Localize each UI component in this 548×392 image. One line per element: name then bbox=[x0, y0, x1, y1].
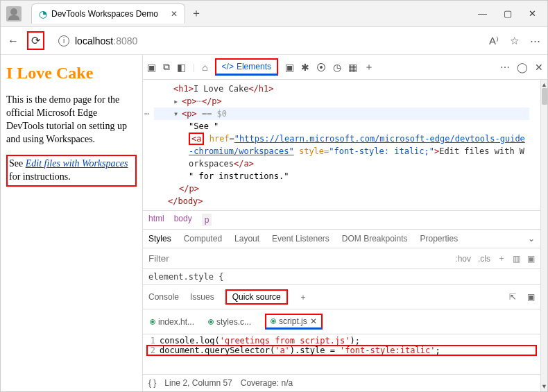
browser-tab[interactable]: ◔ DevTools Workspaces Demo ✕ bbox=[31, 3, 185, 24]
code-editor[interactable]: 1console.log('greetings from script.js')… bbox=[143, 334, 540, 374]
cls-toggle[interactable]: .cls bbox=[478, 254, 490, 264]
rendered-page: I Love Cake This is the demo page for th… bbox=[1, 55, 143, 391]
file-tab-script[interactable]: script.js ✕ bbox=[265, 314, 323, 330]
refresh-button[interactable]: ⟳ bbox=[31, 35, 40, 46]
maximize-button[interactable]: ▢ bbox=[504, 8, 512, 19]
filter-input[interactable] bbox=[148, 253, 448, 264]
favorite-icon[interactable]: ☆ bbox=[510, 35, 519, 47]
devtools-toolbar: ▣ ⧉ ◧ | ⌂ </> Elements ▣ ✱ ⦿ ◷ ▦ ＋ ⋯ ◯ ✕ bbox=[143, 55, 547, 80]
drawer-quick-source[interactable]: Quick source bbox=[225, 289, 288, 305]
address-bar: ← ⟳ i localhost:8080 A⁾ ☆ ⋯ bbox=[1, 27, 547, 55]
window-controls: — ▢ ✕ bbox=[478, 8, 547, 19]
issues-badge-icon[interactable]: ◯ bbox=[517, 62, 528, 73]
drawer-popout-icon[interactable]: ⇱ bbox=[509, 292, 516, 302]
refresh-highlight: ⟳ bbox=[27, 31, 44, 50]
drawer-issues[interactable]: Issues bbox=[190, 292, 214, 302]
inspect-icon[interactable]: ▣ bbox=[147, 62, 156, 73]
dom-breadcrumb: html body p bbox=[143, 210, 540, 230]
bug-icon[interactable]: ✱ bbox=[301, 62, 309, 73]
panel-layout-icon[interactable]: ◧ bbox=[177, 62, 186, 73]
styles-filter-row: :hov .cls ＋ ▥ ▣ bbox=[143, 248, 540, 269]
file-tab-styles[interactable]: styles.c... bbox=[208, 317, 251, 327]
minimize-button[interactable]: — bbox=[478, 8, 487, 19]
file-tabs: index.ht... styles.c... script.js ✕ bbox=[143, 309, 540, 334]
tab-computed[interactable]: Computed bbox=[184, 234, 222, 244]
close-window-button[interactable]: ✕ bbox=[529, 8, 536, 19]
elements-icon: </> bbox=[222, 62, 234, 71]
file-tab-index[interactable]: index.ht... bbox=[150, 317, 194, 327]
crumb-body[interactable]: body bbox=[174, 214, 192, 226]
cursor-position: Line 2, Column 57 bbox=[164, 378, 232, 388]
read-aloud-icon[interactable]: A⁾ bbox=[489, 35, 499, 47]
status-bar: { } Line 2, Column 57 Coverage: n/a bbox=[143, 374, 540, 391]
close-tab-icon[interactable]: ✕ bbox=[171, 9, 178, 19]
console-tab-icon[interactable]: ▣ bbox=[285, 62, 294, 73]
devtools-scrollbar[interactable]: ▲ ▼ bbox=[540, 80, 547, 391]
drawer-tabs: Console Issues Quick source ＋ ⇱ ▣ bbox=[143, 285, 540, 309]
element-style[interactable]: element.style { bbox=[143, 269, 540, 285]
new-tab-button[interactable]: ＋ bbox=[191, 6, 202, 21]
drawer-console[interactable]: Console bbox=[148, 292, 179, 302]
styles-tabs: Styles Computed Layout Event Listeners D… bbox=[143, 230, 540, 248]
url-text: localhost:8080 bbox=[75, 35, 137, 46]
tab-dom-breakpoints[interactable]: DOM Breakpoints bbox=[342, 234, 408, 244]
crumb-p[interactable]: p bbox=[202, 214, 212, 226]
brace-icon[interactable]: { } bbox=[148, 378, 156, 388]
tab-event-listeners[interactable]: Event Listeners bbox=[272, 234, 329, 244]
more-tabs-icon[interactable]: ＋ bbox=[364, 61, 374, 74]
see-paragraph: See Edit files with Workspaces for instr… bbox=[6, 155, 137, 187]
welcome-icon[interactable]: ⌂ bbox=[202, 62, 207, 73]
back-button[interactable]: ← bbox=[8, 35, 19, 47]
tab-layout[interactable]: Layout bbox=[234, 234, 259, 244]
dom-tree[interactable]: <h1>I Love Cake</h1> ▸<p>⋯</p> ⋯▾<p> == … bbox=[143, 80, 540, 210]
tab-title: DevTools Workspaces Demo bbox=[51, 9, 158, 19]
new-rule-icon[interactable]: ＋ bbox=[497, 253, 506, 264]
expand-icon[interactable]: ▸ bbox=[173, 95, 180, 108]
titlebar: ◔ DevTools Workspaces Demo ✕ ＋ — ▢ ✕ bbox=[1, 1, 547, 27]
intro-paragraph: This is the demo page for the official M… bbox=[6, 94, 137, 146]
scroll-up-icon[interactable]: ▲ bbox=[541, 81, 547, 88]
crumb-html[interactable]: html bbox=[148, 214, 164, 226]
edge-icon: ◔ bbox=[39, 8, 47, 19]
coverage-status: Coverage: n/a bbox=[241, 378, 293, 388]
tab-properties[interactable]: Properties bbox=[420, 234, 459, 244]
flexbox-overlay-icon[interactable]: ▥ bbox=[513, 254, 520, 264]
devtools-panel: ▣ ⧉ ◧ | ⌂ </> Elements ▣ ✱ ⦿ ◷ ▦ ＋ ⋯ ◯ ✕… bbox=[143, 55, 547, 391]
elements-tab[interactable]: </> Elements bbox=[215, 58, 278, 76]
file-icon bbox=[208, 319, 214, 325]
collapse-styles-icon[interactable]: ⌄ bbox=[528, 234, 535, 244]
device-toggle-icon[interactable]: ⧉ bbox=[163, 61, 170, 73]
url-box[interactable]: i localhost:8080 bbox=[53, 33, 481, 49]
profile-avatar[interactable] bbox=[6, 6, 22, 22]
scroll-thumb[interactable] bbox=[542, 88, 547, 105]
network-icon[interactable]: ⦿ bbox=[316, 62, 326, 73]
site-info-icon[interactable]: i bbox=[58, 35, 69, 46]
collapse-icon[interactable]: ▾ bbox=[173, 108, 180, 120]
hov-toggle[interactable]: :hov bbox=[455, 254, 471, 264]
memory-icon[interactable]: ▦ bbox=[348, 62, 357, 73]
performance-icon[interactable]: ◷ bbox=[333, 62, 341, 73]
kebab-icon[interactable]: ⋯ bbox=[500, 62, 510, 73]
more-icon[interactable]: ⋯ bbox=[530, 35, 540, 47]
scroll-down-icon[interactable]: ▼ bbox=[541, 383, 547, 390]
computed-toggle-icon[interactable]: ▣ bbox=[527, 254, 535, 264]
close-file-icon[interactable]: ✕ bbox=[310, 316, 317, 326]
close-devtools-icon[interactable]: ✕ bbox=[535, 62, 543, 73]
tab-styles[interactable]: Styles bbox=[148, 234, 171, 244]
file-icon bbox=[271, 318, 276, 324]
file-icon bbox=[150, 319, 155, 325]
drawer-layout-icon[interactable]: ▣ bbox=[527, 292, 535, 302]
workspaces-link[interactable]: Edit files with Workspaces bbox=[26, 158, 128, 169]
page-heading: I Love Cake bbox=[6, 62, 137, 84]
drawer-more-icon[interactable]: ＋ bbox=[299, 291, 307, 303]
